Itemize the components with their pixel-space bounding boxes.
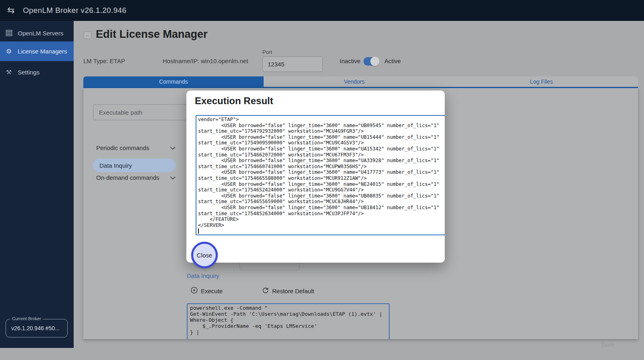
execution-result-textarea[interactable]: vendor="ETAP"> <USER borrowed="false" li… [196, 115, 445, 235]
dialog-title: Execution Result [195, 95, 273, 107]
close-button[interactable]: Close [197, 252, 212, 259]
execution-result-dialog: Execution Result vendor="ETAP"> <USER bo… [186, 91, 445, 263]
text-cursor [198, 228, 199, 234]
close-button-highlight-ring[interactable]: Close [191, 242, 218, 268]
app-window: ⇆ OpenLM Broker v26.1.20.946 OpenLM Serv… [0, 0, 644, 360]
result-text-clip: vendor="ETAP"> <USER borrowed="false" li… [196, 115, 445, 235]
